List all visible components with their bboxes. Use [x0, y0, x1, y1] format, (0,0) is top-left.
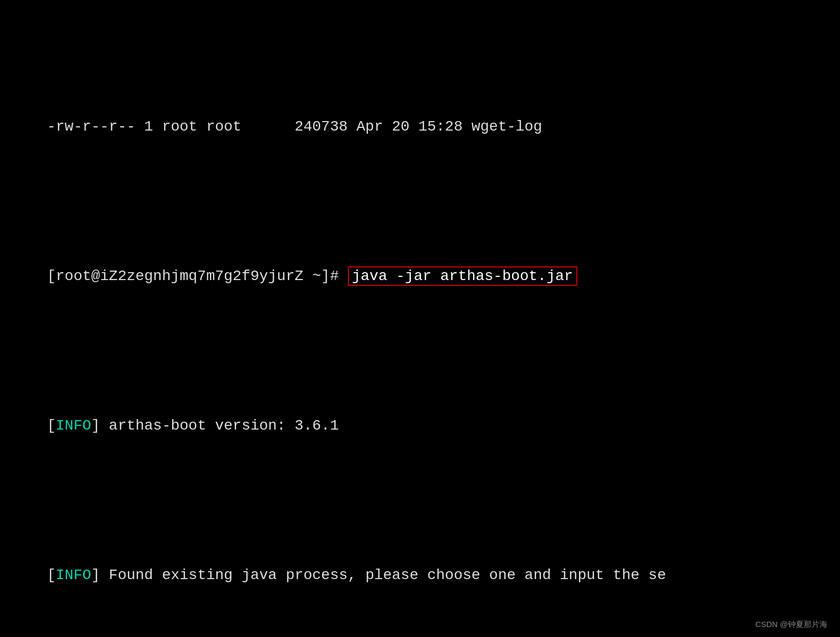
prompt-text: [root@iZ2zegnhjmq7m7g2f9yjurZ ~]# — [47, 268, 347, 284]
line-file-listing: -rw-r--r-- 1 root root 240738 Apr 20 15:… — [12, 95, 828, 159]
line-info-version: [INFO] arthas-boot version: 3.6.1 — [12, 394, 828, 459]
file-info: -rw-r--r-- 1 root root 240738 Apr 20 15:… — [47, 118, 542, 135]
line-info-found: [INFO] Found existing java process, plea… — [12, 544, 828, 608]
info-tag-2: INFO — [56, 567, 91, 583]
highlighted-command: java -jar arthas-boot.jar — [348, 266, 577, 286]
line-command: [root@iZ2zegnhjmq7m7g2f9yjurZ ~]# java -… — [12, 245, 828, 309]
info-tag-1: INFO — [56, 417, 91, 434]
watermark: CSDN @钟夏那片海 — [755, 620, 827, 630]
terminal-window: -rw-r--r-- 1 root root 240738 Apr 20 15:… — [0, 0, 840, 637]
